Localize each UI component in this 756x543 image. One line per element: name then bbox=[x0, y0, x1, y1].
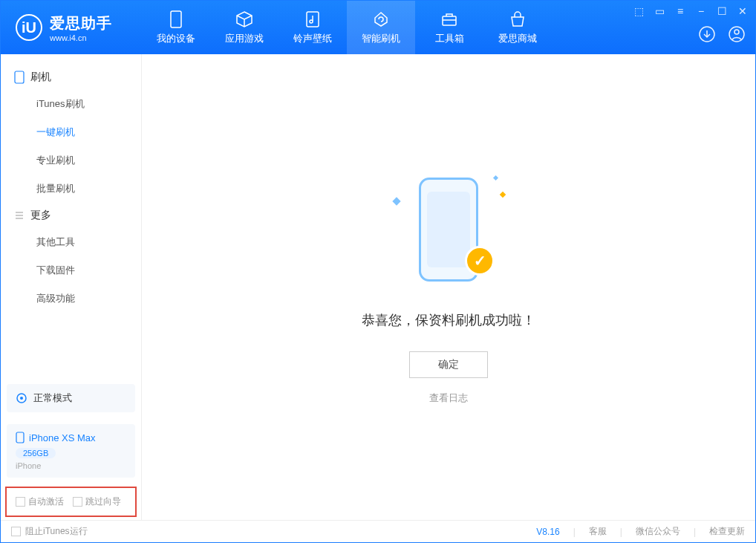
header-right bbox=[697, 25, 746, 44]
footer-checkbox-label: 阻止iTunes运行 bbox=[25, 525, 88, 538]
options-row: 自动激活 跳过向导 bbox=[5, 487, 137, 517]
device-mode-box[interactable]: 正常模式 bbox=[7, 384, 135, 412]
svg-point-6 bbox=[734, 30, 739, 34]
sidebar-section-more: 更多 bbox=[1, 203, 141, 228]
body: 刷机 iTunes刷机 一键刷机 专业刷机 批量刷机 更多 其他工具 下载固件 … bbox=[1, 54, 755, 520]
music-icon bbox=[303, 10, 322, 29]
sidebar-item-batch-flash[interactable]: 批量刷机 bbox=[1, 175, 141, 203]
svg-point-9 bbox=[20, 397, 23, 400]
checkbox-skip-guide[interactable]: 跳过向导 bbox=[73, 495, 121, 508]
store-icon bbox=[508, 10, 527, 29]
footer-link-wechat[interactable]: 微信公众号 bbox=[636, 525, 680, 538]
nav-apps[interactable]: 应用游戏 bbox=[210, 1, 278, 54]
svg-rect-3 bbox=[443, 16, 456, 25]
win-maximize-icon[interactable]: ☐ bbox=[715, 5, 729, 17]
sparkle-icon bbox=[493, 175, 498, 180]
mode-label: 正常模式 bbox=[33, 391, 72, 405]
checkbox-icon bbox=[11, 527, 21, 536]
success-message: 恭喜您，保资料刷机成功啦！ bbox=[362, 311, 535, 329]
window-controls: ⬚ ▭ ≡ − ☐ ✕ bbox=[632, 5, 749, 17]
app-title: 爱思助手 bbox=[50, 13, 112, 33]
device-info-box[interactable]: iPhone XS Max 256GB iPhone bbox=[7, 424, 135, 478]
nav-label: 工具箱 bbox=[435, 32, 464, 45]
logo-icon: iU bbox=[16, 14, 42, 41]
nav-my-device[interactable]: 我的设备 bbox=[142, 1, 210, 54]
sidebar: 刷机 iTunes刷机 一键刷机 专业刷机 批量刷机 更多 其他工具 下载固件 … bbox=[1, 54, 142, 520]
success-illustration: ✓ bbox=[389, 170, 508, 289]
checkbox-auto-activate[interactable]: 自动激活 bbox=[16, 495, 64, 508]
checkbox-label: 跳过向导 bbox=[85, 495, 121, 508]
ok-button[interactable]: 确定 bbox=[409, 351, 488, 378]
section-title: 更多 bbox=[30, 209, 51, 222]
footer-link-support[interactable]: 客服 bbox=[589, 525, 607, 538]
checkbox-icon bbox=[16, 497, 25, 507]
app-subtitle: www.i4.cn bbox=[50, 33, 112, 42]
cube-icon bbox=[235, 10, 254, 29]
version-label: V8.16 bbox=[536, 527, 559, 537]
nav-label: 铃声壁纸 bbox=[293, 32, 332, 45]
sidebar-item-pro-flash[interactable]: 专业刷机 bbox=[1, 146, 141, 175]
device-icon bbox=[166, 10, 186, 29]
svg-point-2 bbox=[310, 20, 313, 23]
logo: iU 爱思助手 www.i4.cn bbox=[1, 13, 127, 42]
check-badge-icon: ✓ bbox=[465, 246, 495, 276]
nav-flash[interactable]: 智能刷机 bbox=[347, 1, 415, 54]
footer-link-update[interactable]: 检查更新 bbox=[709, 525, 745, 538]
main-content: ✓ 恭喜您，保资料刷机成功啦！ 确定 查看日志 bbox=[142, 54, 755, 520]
sparkle-icon bbox=[392, 197, 400, 205]
svg-rect-10 bbox=[16, 432, 24, 443]
sidebar-item-itunes-flash[interactable]: iTunes刷机 bbox=[1, 90, 141, 118]
win-menu-icon[interactable]: ≡ bbox=[674, 5, 687, 17]
win-theme-icon[interactable]: ⬚ bbox=[632, 5, 645, 17]
win-close-icon[interactable]: ✕ bbox=[736, 5, 749, 17]
checkbox-label: 自动激活 bbox=[28, 495, 64, 508]
footer: 阻止iTunes运行 V8.16 | 客服 | 微信公众号 | 检查更新 bbox=[1, 520, 755, 542]
app-window: ⬚ ▭ ≡ − ☐ ✕ iU 爱思助手 www.i4.cn 我的设备 应用游戏 bbox=[0, 0, 756, 543]
checkbox-icon bbox=[73, 497, 82, 507]
header: ⬚ ▭ ≡ − ☐ ✕ iU 爱思助手 www.i4.cn 我的设备 应用游戏 bbox=[1, 1, 755, 54]
mode-icon bbox=[16, 392, 27, 404]
nav-label: 爱思商城 bbox=[498, 32, 537, 45]
download-icon[interactable] bbox=[697, 25, 717, 44]
nav-toolbox[interactable]: 工具箱 bbox=[415, 1, 483, 54]
nav-label: 应用游戏 bbox=[225, 32, 264, 45]
toolbox-icon bbox=[440, 10, 459, 29]
phone-screen bbox=[427, 192, 470, 267]
sidebar-item-oneclick-flash[interactable]: 一键刷机 bbox=[1, 118, 141, 146]
nav-store[interactable]: 爱思商城 bbox=[483, 1, 552, 54]
nav-ringtones[interactable]: 铃声壁纸 bbox=[278, 1, 347, 54]
list-icon bbox=[14, 210, 25, 221]
device-type: iPhone bbox=[16, 461, 126, 470]
sparkle-icon bbox=[500, 191, 506, 197]
view-log-link[interactable]: 查看日志 bbox=[429, 391, 468, 405]
sidebar-item-other-tools[interactable]: 其他工具 bbox=[1, 228, 141, 256]
user-icon[interactable] bbox=[727, 25, 746, 44]
svg-rect-0 bbox=[171, 11, 181, 27]
sidebar-section-flash: 刷机 bbox=[1, 65, 141, 90]
phone-small-icon bbox=[16, 432, 25, 443]
section-title: 刷机 bbox=[30, 71, 51, 84]
nav-tabs: 我的设备 应用游戏 铃声壁纸 智能刷机 工具箱 爱思商城 bbox=[142, 1, 552, 54]
sidebar-item-advanced[interactable]: 高级功能 bbox=[1, 284, 141, 313]
nav-label: 智能刷机 bbox=[362, 32, 400, 45]
phone-icon bbox=[14, 71, 25, 84]
sidebar-item-download-firmware[interactable]: 下载固件 bbox=[1, 256, 141, 284]
device-name-label: iPhone XS Max bbox=[29, 432, 96, 443]
win-minimize-icon[interactable]: − bbox=[694, 5, 708, 17]
footer-right: V8.16 | 客服 | 微信公众号 | 检查更新 bbox=[536, 525, 745, 538]
win-feedback-icon[interactable]: ▭ bbox=[653, 5, 666, 17]
svg-rect-7 bbox=[15, 71, 24, 83]
nav-label: 我的设备 bbox=[157, 32, 195, 45]
refresh-icon bbox=[371, 10, 391, 29]
footer-block-itunes[interactable]: 阻止iTunes运行 bbox=[11, 525, 88, 538]
device-storage: 256GB bbox=[16, 448, 56, 458]
